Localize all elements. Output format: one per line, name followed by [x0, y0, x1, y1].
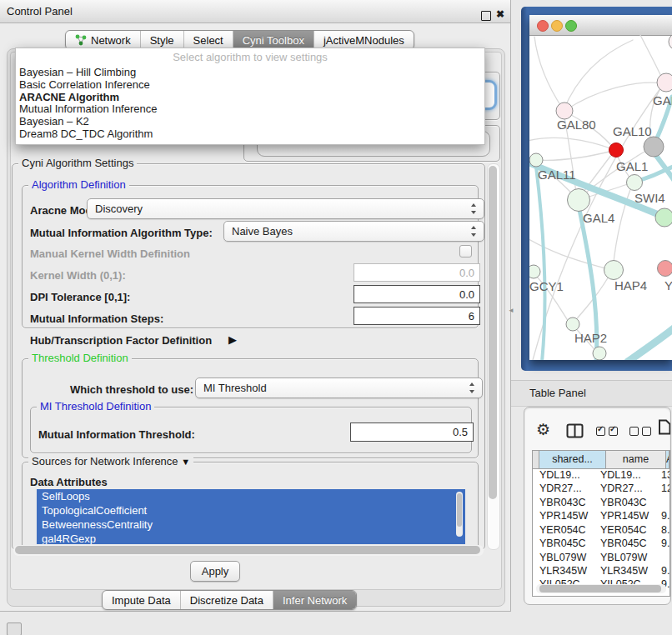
bottom-tabs: Impute Data Discretize Data Infer Networ… — [102, 590, 357, 610]
dpi-tolerance-value: 0.0 — [459, 288, 474, 301]
network-edge[interactable] — [536, 167, 545, 360]
kernel-width-field[interactable]: 0.0 — [354, 263, 480, 282]
node-gal11[interactable] — [529, 153, 543, 167]
network-edge[interactable] — [628, 325, 672, 360]
list-item[interactable]: TopologicalCoefficient — [37, 503, 465, 518]
hide-columns-icon[interactable] — [629, 427, 651, 436]
tab-select-label: Select — [193, 34, 223, 47]
tab-cyni-toolbox[interactable]: Cyni Toolbox — [233, 31, 314, 49]
control-panel-titlebar: Control Panel ✖ — [0, 0, 510, 23]
mi-algorithm-type-select[interactable]: Naive Bayes — [223, 221, 484, 242]
tab-jactivemnodules[interactable]: jActiveMNodules — [314, 31, 414, 49]
node-swi4[interactable] — [655, 208, 672, 227]
table-header: shared... name A — [533, 451, 669, 469]
algorithm-option-selected[interactable]: ARACNE Algorithm — [16, 92, 484, 104]
table-row[interactable]: YBL079WYBL079W — [533, 551, 669, 565]
gear-icon[interactable]: ⚙ — [536, 422, 550, 438]
tab-network[interactable]: Network — [66, 31, 141, 49]
tab-style[interactable]: Style — [141, 31, 184, 49]
node-gal1[interactable] — [627, 175, 643, 191]
aracne-mode-select[interactable]: Discovery — [87, 198, 484, 219]
node-hap2[interactable] — [566, 318, 579, 331]
node-partial-top[interactable] — [669, 35, 672, 50]
settings-vertical-scrollbar[interactable] — [487, 163, 500, 550]
zoom-traffic-light[interactable] — [565, 20, 577, 32]
float-window-icon[interactable] — [481, 11, 491, 21]
algorithm-option[interactable]: Bayesian – Hill Climbing — [16, 67, 484, 79]
tab-infer-network[interactable]: Infer Network — [273, 591, 356, 609]
mi-steps-field[interactable]: 6 — [354, 307, 480, 325]
tab-discretize-data[interactable]: Discretize Data — [181, 591, 273, 609]
spinner-up-icon — [469, 382, 474, 386]
column-header-shared-name[interactable]: shared... — [539, 451, 606, 468]
close-traffic-light[interactable] — [537, 20, 549, 32]
table-row[interactable]: YBR043CYBR043C — [533, 496, 669, 510]
which-threshold-select[interactable]: MI Threshold — [195, 378, 483, 398]
show-checked-columns-icon[interactable] — [596, 427, 618, 436]
minimize-traffic-light[interactable] — [551, 20, 563, 32]
tab-cyni-toolbox-label: Cyni Toolbox — [243, 34, 304, 47]
export-table-icon[interactable] — [658, 419, 671, 435]
dpi-tolerance-field[interactable]: 0.0 — [354, 285, 480, 303]
minimized-panel-icon[interactable] — [7, 622, 22, 635]
node-gal10[interactable] — [644, 137, 664, 157]
list-item[interactable]: SelfLoops — [37, 489, 465, 503]
close-icon[interactable]: ✖ — [496, 8, 504, 20]
list-item[interactable]: BetweennessCentrality — [37, 518, 465, 532]
tab-select[interactable]: Select — [184, 31, 233, 49]
sources-title: Sources for Network Inference ▼ — [28, 455, 193, 468]
network-canvas[interactable]: GALGAL80GAL10GAL1GAL11SWI4GAL4GCY1HAP4YH… — [529, 35, 672, 360]
table-row[interactable]: YBR045CYBR045C9. — [533, 537, 669, 551]
network-edge[interactable] — [534, 37, 564, 110]
manual-kernel-width-checkbox[interactable] — [459, 245, 472, 258]
apply-button-label: Apply — [202, 565, 229, 578]
settings-horizontal-scrollbar[interactable] — [13, 545, 484, 556]
table-row[interactable]: YDR27...YDR27...12 — [533, 482, 669, 496]
node-gcy1-label: GCY1 — [529, 279, 564, 293]
data-attributes-list[interactable]: SelfLoops TopologicalCoefficient Between… — [37, 489, 465, 544]
algorithm-option[interactable]: Mutual Information Inference — [16, 103, 484, 116]
column-header-name[interactable]: name — [606, 451, 666, 468]
node-gal10-label: GAL10 — [613, 124, 652, 138]
node-gal80-label: GAL80 — [557, 118, 596, 132]
node-salmon[interactable] — [658, 261, 672, 277]
mi-algorithm-type-label: Mutual Information Algorithm Type: — [30, 227, 213, 239]
list-item[interactable]: gal4RGexp — [37, 532, 465, 544]
node-hap4[interactable] — [604, 261, 624, 280]
node-hap2-label: HAP2 — [574, 331, 607, 345]
splitter-collapse-icon[interactable]: ◄ — [508, 307, 514, 314]
table-panel-card: ⚙ shared... name A YDL19...YDL19...13 YD… — [524, 407, 671, 605]
node-gal11-label: GAL11 — [538, 168, 576, 182]
table-panel-titlebar: Table Panel — [511, 380, 672, 407]
table-horizontal-scrollbar[interactable] — [536, 584, 666, 593]
network-window-titlebar — [529, 15, 672, 36]
network-edge[interactable] — [640, 35, 664, 82]
triangle-down-icon[interactable]: ▼ — [181, 457, 190, 467]
column-header-partial[interactable]: A — [666, 451, 669, 468]
network-edge[interactable] — [529, 138, 613, 149]
algorithm-option[interactable]: Bayesian – K2 — [16, 116, 484, 128]
mi-threshold-field[interactable]: 0.5 — [350, 422, 474, 442]
tab-impute-data[interactable]: Impute Data — [103, 591, 181, 609]
algorithm-option[interactable]: Basic Correlation Inference — [16, 79, 484, 92]
node-gal4[interactable] — [568, 189, 590, 212]
split-columns-icon[interactable] — [566, 423, 584, 438]
triangle-right-icon[interactable]: ▶ — [228, 333, 237, 346]
table-row[interactable]: YDL19...YDL19...13 — [533, 468, 669, 482]
node-partial-bottom[interactable] — [593, 347, 606, 360]
network-edge[interactable] — [536, 151, 613, 160]
table-row[interactable]: YLR345WYLR345W9. — [533, 564, 669, 578]
algorithm-option[interactable]: Dream8 DC_TDC Algorithm — [16, 128, 484, 141]
node-gal80[interactable] — [556, 102, 573, 119]
list-scrollbar[interactable] — [456, 492, 463, 537]
node-swi4-label: SWI4 — [634, 191, 665, 205]
node-gal-partial[interactable] — [657, 73, 672, 92]
apply-button[interactable]: Apply — [190, 561, 240, 582]
network-edge[interactable] — [564, 40, 633, 110]
node-red[interactable] — [609, 143, 624, 158]
network-edge[interactable] — [564, 82, 663, 111]
node-gcy1[interactable] — [529, 265, 540, 278]
mi-algorithm-type-value: Naive Bayes — [232, 225, 293, 238]
table-row[interactable]: YPR145WYPR145W9. — [533, 509, 669, 523]
table-row[interactable]: YER054CYER054C8. — [533, 523, 669, 538]
